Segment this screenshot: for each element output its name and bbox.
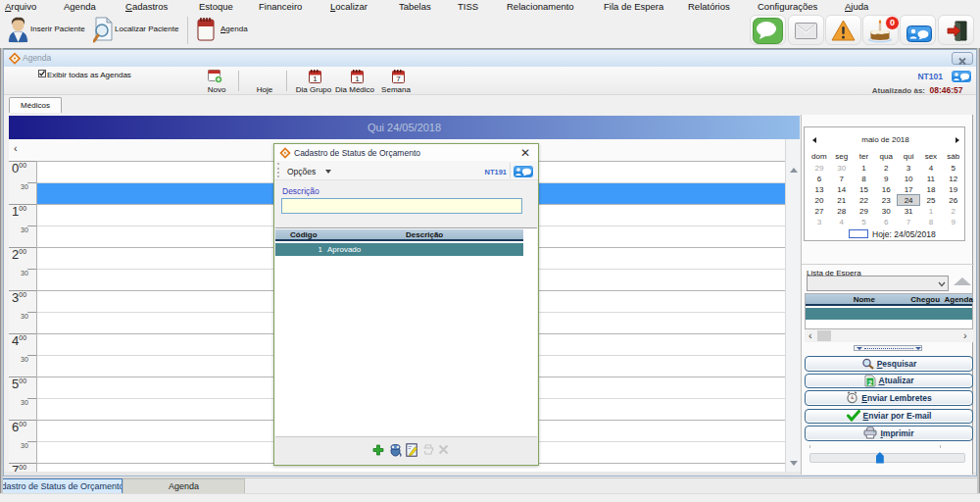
- svg-text:1: 1: [355, 75, 360, 83]
- svg-text:2: 2: [867, 377, 872, 386]
- svg-text:1: 1: [313, 75, 318, 83]
- svg-text:7: 7: [396, 75, 401, 83]
